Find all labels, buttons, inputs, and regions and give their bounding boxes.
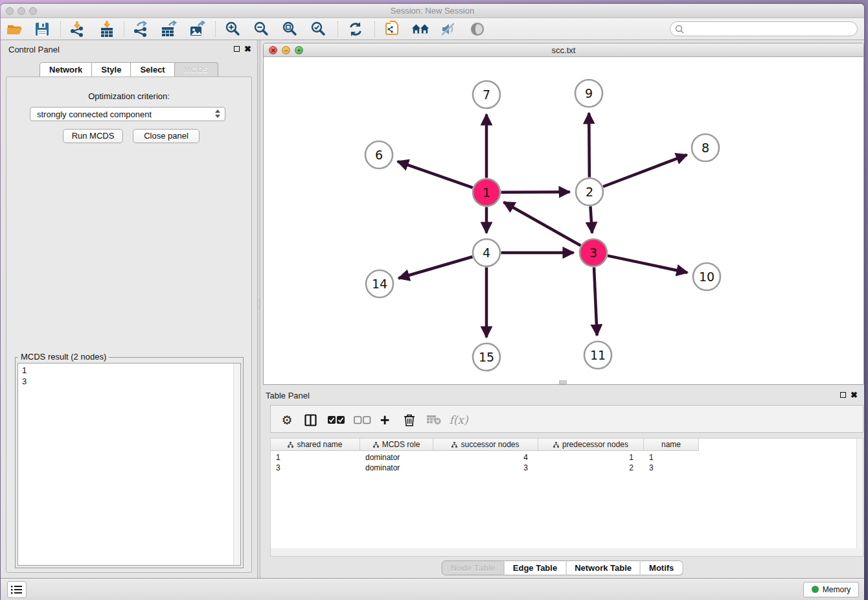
import-network-icon[interactable] bbox=[68, 21, 86, 38]
cell-successor-nodes[interactable]: 4 bbox=[433, 452, 538, 463]
zoom-fit-icon[interactable] bbox=[281, 21, 299, 38]
edge-2-3[interactable] bbox=[590, 206, 592, 233]
dropdown-value: strongly connected component bbox=[37, 110, 152, 119]
column-type-icon bbox=[553, 442, 559, 448]
edge-2-9[interactable] bbox=[589, 113, 589, 177]
column-label: MCDS role bbox=[382, 440, 420, 449]
add-column-icon[interactable]: + bbox=[376, 411, 393, 429]
close-panel-button[interactable]: Close panel bbox=[133, 129, 200, 143]
close-panel-icon[interactable]: ✖ bbox=[244, 44, 251, 54]
show-graphics-details-icon[interactable] bbox=[468, 21, 486, 38]
run-mcds-button[interactable]: Run MCDS bbox=[63, 129, 123, 143]
column-header-MCDS-role[interactable]: MCDS role bbox=[360, 439, 433, 451]
cell-MCDS-role[interactable]: dominator bbox=[360, 452, 433, 463]
cell-name[interactable]: 1 bbox=[644, 452, 699, 463]
edge-2-8[interactable] bbox=[603, 155, 687, 187]
column-label: shared name bbox=[297, 440, 342, 449]
tab-edge-table[interactable]: Edge Table bbox=[505, 560, 566, 575]
memory-label: Memory bbox=[823, 585, 851, 594]
result-scrollbar[interactable] bbox=[233, 363, 240, 565]
export-network-icon[interactable] bbox=[131, 21, 150, 38]
cell-shared-name[interactable]: 1 bbox=[271, 452, 360, 463]
tab-node-table[interactable]: Node Table bbox=[442, 560, 505, 575]
import-table-icon[interactable] bbox=[98, 21, 116, 38]
column-header-shared-name[interactable]: shared name bbox=[271, 439, 360, 451]
float-panel-icon[interactable] bbox=[234, 46, 240, 52]
cell-successor-nodes[interactable]: 3 bbox=[433, 463, 538, 473]
column-header-successor-nodes[interactable]: successor nodes bbox=[433, 439, 538, 451]
canvas-resize-grip[interactable] bbox=[559, 380, 567, 384]
network-window-titlebar: ✕ − + scc.txt bbox=[264, 43, 863, 57]
function-builder-icon[interactable]: f(x) bbox=[447, 411, 470, 429]
edge-3-10[interactable] bbox=[608, 256, 687, 273]
export-image-icon[interactable] bbox=[188, 21, 207, 38]
cell-name[interactable]: 3 bbox=[644, 463, 699, 473]
workspace: ✕ − + scc.txt 1234678910111415 bbox=[260, 40, 864, 578]
table-panel: Table Panel ✖ ⚙ + f(x) bbox=[260, 386, 864, 578]
tab-network[interactable]: Network bbox=[40, 62, 92, 77]
refresh-icon[interactable] bbox=[347, 21, 365, 38]
mcds-panel: Optimization criterion: strongly connect… bbox=[6, 76, 252, 573]
cell-predecessor-nodes[interactable]: 2 bbox=[538, 463, 644, 473]
save-session-icon[interactable] bbox=[33, 21, 51, 38]
tab-mcds[interactable]: MCDS bbox=[175, 62, 218, 77]
export-table-icon[interactable] bbox=[160, 21, 178, 38]
column-label: predecessor nodes bbox=[562, 440, 628, 449]
edge-3-11[interactable] bbox=[594, 267, 597, 335]
table-row[interactable]: 1dominator411 bbox=[271, 452, 699, 463]
table-vertical-scrollbar[interactable] bbox=[856, 439, 863, 548]
mcds-result-textarea[interactable]: 13 bbox=[17, 363, 241, 566]
close-table-panel-icon[interactable]: ✖ bbox=[851, 390, 858, 400]
node-label-15: 15 bbox=[479, 350, 494, 364]
result-item: 3 bbox=[22, 376, 27, 387]
delete-table-icon[interactable] bbox=[425, 411, 443, 429]
column-header-predecessor-nodes[interactable]: predecessor nodes bbox=[538, 439, 644, 451]
select-all-columns-icon[interactable] bbox=[326, 411, 346, 429]
edge-3-1[interactable] bbox=[504, 202, 581, 246]
zoom-in-icon[interactable] bbox=[224, 21, 242, 38]
zoom-out-icon[interactable] bbox=[253, 21, 271, 38]
search-input[interactable] bbox=[687, 23, 852, 35]
node-label-3: 3 bbox=[589, 246, 597, 260]
cell-predecessor-nodes[interactable]: 1 bbox=[538, 452, 644, 463]
tab-style[interactable]: Style bbox=[92, 62, 131, 77]
zoom-selected-icon[interactable] bbox=[310, 21, 328, 38]
cell-shared-name[interactable]: 3 bbox=[271, 463, 360, 473]
search-icon bbox=[675, 25, 685, 34]
edge-1-6[interactable] bbox=[398, 161, 473, 188]
titlebar: Session: New Session bbox=[1, 4, 864, 18]
node-table: shared nameMCDS rolesuccessor nodesprede… bbox=[270, 438, 863, 548]
open-recent-session-icon[interactable] bbox=[383, 21, 401, 38]
home-icon[interactable] bbox=[411, 21, 429, 38]
control-tabs: NetworkStyleSelectMCDS bbox=[1, 62, 257, 77]
hide-warnings-icon[interactable] bbox=[439, 21, 457, 38]
delete-column-icon[interactable] bbox=[401, 411, 418, 429]
task-history-button[interactable] bbox=[7, 581, 27, 598]
show-column-icon[interactable] bbox=[302, 411, 319, 429]
memory-button[interactable]: Memory bbox=[803, 582, 859, 597]
tab-network-table[interactable]: Network Table bbox=[566, 560, 641, 575]
cell-MCDS-role[interactable]: dominator bbox=[360, 463, 433, 473]
node-label-8: 8 bbox=[702, 141, 709, 155]
node-label-6: 6 bbox=[375, 148, 383, 162]
table-horizontal-scrollbar[interactable] bbox=[270, 548, 863, 557]
divider-grip[interactable] bbox=[258, 299, 260, 309]
control-panel-title: Control Panel bbox=[8, 45, 60, 54]
table-options-icon[interactable]: ⚙ bbox=[279, 411, 295, 429]
application-window: Session: New Session bbox=[1, 4, 864, 600]
optimization-criterion-dropdown[interactable]: strongly connected component bbox=[30, 107, 225, 121]
deselect-all-columns-icon[interactable] bbox=[352, 411, 372, 429]
float-table-panel-icon[interactable] bbox=[840, 392, 846, 398]
node-label-14: 14 bbox=[372, 277, 387, 291]
network-canvas[interactable]: 1234678910111415 bbox=[264, 57, 863, 384]
edge-1-2[interactable] bbox=[501, 192, 569, 192]
table-row[interactable]: 3dominator323 bbox=[271, 463, 699, 473]
open-session-icon[interactable] bbox=[6, 21, 24, 38]
tab-motifs[interactable]: Motifs bbox=[641, 560, 683, 575]
column-header-name[interactable]: name bbox=[644, 439, 699, 451]
optimization-criterion-label: Optimization criterion: bbox=[6, 91, 251, 101]
table-panel-header: Table Panel ✖ bbox=[260, 386, 864, 404]
tab-select[interactable]: Select bbox=[131, 62, 174, 77]
edge-4-14[interactable] bbox=[398, 257, 472, 278]
result-item: 1 bbox=[22, 365, 27, 376]
